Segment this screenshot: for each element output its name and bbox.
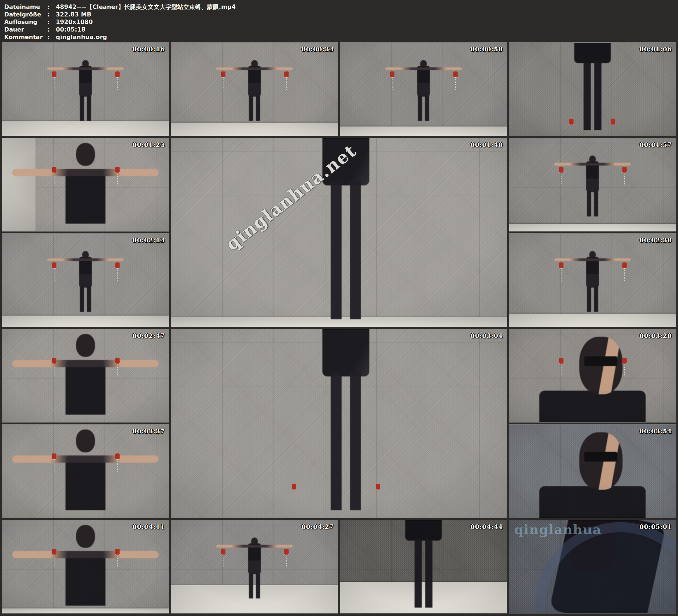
resolution-value: 1920x1080 xyxy=(56,18,93,26)
figure-silhouette-head xyxy=(579,432,623,490)
figure-silhouette-arms xyxy=(12,360,159,367)
figure-silhouette-legs xyxy=(415,539,432,608)
timestamp-overlay: 00:00:50 xyxy=(470,45,503,53)
figure-silhouette-arms xyxy=(12,551,159,558)
figure-silhouette-head xyxy=(420,60,427,68)
video-thumbnail: 00:00:33 xyxy=(171,42,338,136)
wall-anchor-left xyxy=(52,263,57,268)
timestamp-overlay: 00:00:33 xyxy=(301,45,334,53)
figure-silhouette-torso xyxy=(79,257,92,287)
wall-anchor-right xyxy=(623,167,627,172)
meta-separator: : xyxy=(47,18,56,26)
wall-anchor-right xyxy=(623,263,627,268)
timestamp-overlay: 00:01:57 xyxy=(639,141,672,148)
video-thumbnail: 00:03:54 xyxy=(509,424,676,518)
figure-silhouette-arms xyxy=(47,258,124,261)
figure-silhouette-torso xyxy=(405,520,442,541)
figure-silhouette-legs xyxy=(587,287,598,312)
figure-silhouette-torso xyxy=(65,361,105,415)
wall-anchor-right xyxy=(611,119,615,124)
wall-anchor-right xyxy=(115,549,120,554)
video-thumbnail: 00:03:20 xyxy=(509,329,676,422)
wall-anchor-left xyxy=(559,263,563,268)
video-thumbnail: 00:02:30 xyxy=(509,233,676,327)
file-info-header: Dateiname : 48942----【Cleaner】长腿美女文文大字型站… xyxy=(0,0,678,41)
wall-anchor-right xyxy=(115,454,120,459)
timestamp-overlay: 00:04:27 xyxy=(301,523,334,530)
meta-label: Dateigröße xyxy=(4,11,47,18)
wall-anchor-left xyxy=(52,358,57,363)
video-thumbnail: 00:03:04 xyxy=(171,329,507,518)
wall-anchor-right xyxy=(115,167,120,172)
figure-silhouette-head xyxy=(251,60,258,68)
meta-row-filename: Dateiname : 48942----【Cleaner】长腿美女文文大字型站… xyxy=(4,3,678,11)
figure-silhouette-head xyxy=(579,337,623,394)
floor-strip xyxy=(2,121,169,136)
figure-silhouette-torso xyxy=(248,543,261,574)
figure-silhouette-torso xyxy=(65,552,105,606)
wall-anchor-left xyxy=(569,119,573,124)
figure-silhouette-arms xyxy=(47,67,124,70)
video-thumbnail: qinglanhua.net 00:01:40 xyxy=(171,138,507,327)
timestamp-overlay: 00:03:54 xyxy=(639,427,672,435)
video-thumbnail: 00:04:11 xyxy=(2,520,169,614)
wall-anchor-left xyxy=(52,549,57,554)
thumbnail-grid: 00:00:16 00:00:33 00:00:50 xyxy=(2,42,676,614)
wall-anchor-left xyxy=(559,167,563,172)
floor-strip xyxy=(171,123,338,136)
figure-silhouette-arms xyxy=(385,67,462,70)
wall-anchor-right xyxy=(285,72,289,77)
wall-anchor-left xyxy=(52,454,57,459)
figure-silhouette-legs xyxy=(583,62,601,130)
wall-anchor-right xyxy=(115,263,120,268)
filesize-value: 322.83 MB xyxy=(56,11,91,18)
figure-silhouette-head xyxy=(82,60,89,68)
figure-silhouette-torso xyxy=(539,391,646,422)
comment-value: qinglanhua.org xyxy=(56,34,107,41)
floor-strip xyxy=(340,126,507,136)
meta-label: Auflösung xyxy=(4,18,47,26)
meta-separator: : xyxy=(47,3,56,11)
figure-silhouette-head xyxy=(76,429,95,452)
figure-silhouette-head xyxy=(251,538,258,545)
timestamp-overlay: 00:03:20 xyxy=(639,332,672,339)
timestamp-overlay: 00:02:47 xyxy=(133,332,165,339)
figure-silhouette-legs xyxy=(418,96,429,121)
video-thumbnail: qinglanhua 00:05:01 xyxy=(509,520,676,614)
floor-strip xyxy=(2,609,169,613)
video-thumbnail: 00:04:44 xyxy=(340,520,507,614)
timestamp-overlay: 00:01:23 xyxy=(133,141,165,148)
figure-silhouette-torso xyxy=(79,66,92,97)
meta-label: Kommentar xyxy=(4,34,47,41)
meta-row-resolution: Auflösung : 1920x1080 xyxy=(4,18,678,26)
figure-silhouette-torso xyxy=(322,329,369,376)
timestamp-overlay: 00:01:06 xyxy=(639,45,672,53)
light-wall-band xyxy=(2,138,35,231)
timestamp-overlay: 00:00:16 xyxy=(133,45,165,53)
meta-row-filesize: Dateigröße : 322.83 MB xyxy=(4,11,678,18)
meta-label: Dateiname xyxy=(4,3,47,11)
wall-anchor-right xyxy=(115,72,120,77)
timestamp-overlay: 00:05:01 xyxy=(639,523,672,530)
wall-anchor-right xyxy=(453,72,458,77)
figure-silhouette-head xyxy=(589,251,596,259)
figure-silhouette-legs xyxy=(249,573,260,599)
video-thumbnail: 00:02:47 xyxy=(2,329,169,422)
figure-silhouette-legs xyxy=(587,191,598,217)
figure-silhouette-head xyxy=(76,525,95,548)
floor-strip xyxy=(2,315,169,327)
figure-silhouette-torso xyxy=(586,257,599,287)
floor-strip xyxy=(509,314,676,327)
wall-anchor-right xyxy=(376,484,380,490)
meta-separator: : xyxy=(47,34,56,41)
wall-anchor-left xyxy=(52,72,57,77)
figure-silhouette-head xyxy=(82,251,89,259)
figure-silhouette-legs xyxy=(249,96,260,121)
video-thumbnail: 00:02:13 xyxy=(2,233,169,327)
wall-anchor-left xyxy=(292,484,296,490)
wall-anchor-right xyxy=(623,358,627,363)
wall-anchor-left xyxy=(221,549,225,554)
figure-silhouette-arms xyxy=(12,169,159,176)
filename-value: 48942----【Cleaner】长腿美女文文大字型站立束缚、蒙眼.mp4 xyxy=(56,3,236,11)
video-thumbnail: 00:03:37 xyxy=(2,424,169,518)
